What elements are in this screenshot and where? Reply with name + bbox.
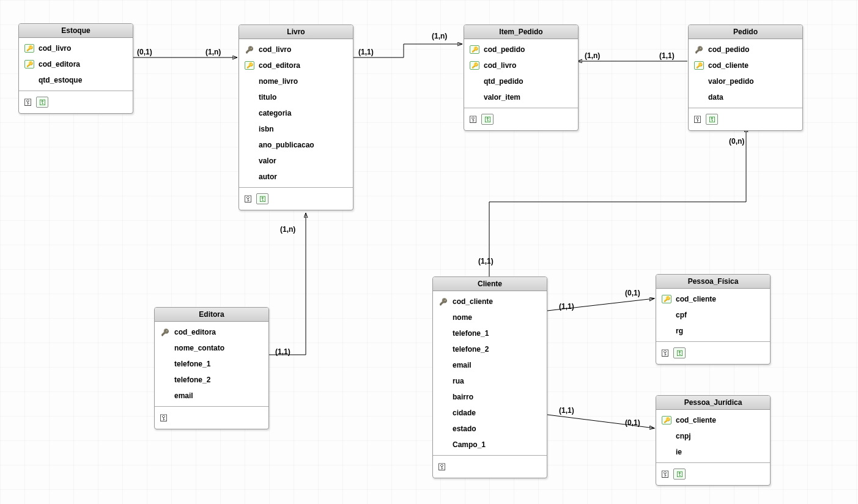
- attribute-row[interactable]: rua: [433, 373, 547, 389]
- attribute-name: ano_publicacao: [259, 141, 314, 149]
- entity-title: Cliente: [433, 277, 547, 291]
- attribute-row[interactable]: cod_pedido: [464, 42, 578, 57]
- attrs-editora: cod_editoranome_contatotelefone_1telefon…: [155, 322, 268, 407]
- card-livro-item-right: (1,n): [432, 32, 447, 40]
- attribute-row[interactable]: nome: [433, 309, 547, 325]
- footer-item_pedido: [464, 108, 578, 130]
- attribute-name: autor: [259, 172, 277, 181]
- entity-estoque[interactable]: Estoque cod_livrocod_editoraqtd_estoque: [18, 23, 133, 114]
- attribute-row[interactable]: nome_contato: [155, 340, 268, 356]
- attribute-name: nome_contato: [174, 344, 224, 352]
- attrs-estoque: cod_livrocod_editoraqtd_estoque: [19, 38, 133, 91]
- attribute-row[interactable]: ie: [656, 444, 770, 460]
- attribute-row[interactable]: valor_pedido: [689, 73, 802, 89]
- primary-key-icon: [245, 45, 254, 54]
- foreign-key-badge-icon: [706, 114, 718, 125]
- attribute-name: telefone_1: [453, 329, 489, 338]
- attribute-row[interactable]: cnpj: [656, 428, 770, 444]
- card-editora-livro-top: (1,n): [280, 225, 295, 234]
- attribute-row[interactable]: email: [155, 388, 268, 404]
- attribute-row[interactable]: cidade: [433, 405, 547, 421]
- attribute-name: cod_editora: [174, 328, 216, 336]
- attribute-name: cod_cliente: [676, 295, 716, 303]
- key-icon: [438, 462, 446, 472]
- attribute-row[interactable]: cpf: [656, 307, 770, 323]
- attribute-row[interactable]: email: [433, 357, 547, 373]
- attribute-name: cod_livro: [259, 45, 291, 54]
- attribute-row[interactable]: ano_publicacao: [239, 137, 353, 153]
- attribute-row[interactable]: cod_cliente: [433, 294, 547, 309]
- entity-pedido[interactable]: Pedido cod_pedidocod_clientevalor_pedido…: [688, 24, 803, 131]
- attribute-row[interactable]: nome_livro: [239, 73, 353, 89]
- attribute-row[interactable]: bairro: [433, 389, 547, 405]
- attrs-pessoa_fisica: cod_clientecpfrg: [656, 289, 770, 342]
- key-icon: [661, 469, 670, 479]
- attribute-row[interactable]: isbn: [239, 121, 353, 137]
- attribute-name: Campo_1: [453, 440, 486, 449]
- attribute-row[interactable]: telefone_1: [433, 325, 547, 341]
- attribute-name: qtd_pedido: [484, 77, 523, 86]
- attribute-row[interactable]: cod_cliente: [656, 291, 770, 307]
- attribute-row[interactable]: cod_livro: [19, 40, 133, 56]
- entity-title: Pessoa_Jurídica: [656, 396, 770, 410]
- attrs-pedido: cod_pedidocod_clientevalor_pedidodata: [689, 39, 802, 108]
- attribute-row[interactable]: cod_editora: [239, 57, 353, 73]
- foreign-key-icon: [662, 416, 671, 424]
- attribute-row[interactable]: telefone_2: [155, 372, 268, 388]
- entity-livro[interactable]: Livro cod_livrocod_editoranome_livrotitu…: [239, 24, 353, 210]
- attribute-row[interactable]: telefone_2: [433, 341, 547, 357]
- attribute-name: telefone_2: [174, 376, 210, 384]
- attribute-row[interactable]: cod_pedido: [689, 42, 802, 57]
- attribute-row[interactable]: rg: [656, 323, 770, 339]
- card-estoque-livro-left: (0,1): [137, 48, 152, 56]
- attribute-name: cod_editora: [39, 60, 80, 69]
- attribute-row[interactable]: cod_cliente: [656, 412, 770, 428]
- attribute-row[interactable]: cod_editora: [155, 324, 268, 340]
- attribute-name: cod_cliente: [676, 416, 716, 424]
- attribute-row[interactable]: Campo_1: [433, 437, 547, 453]
- attribute-row[interactable]: qtd_estoque: [19, 72, 133, 88]
- entity-pessoa-fisica[interactable]: Pessoa_Física cod_clientecpfrg: [656, 274, 771, 365]
- card-item-pedido-left: (1,n): [585, 51, 600, 60]
- attribute-row[interactable]: estado: [433, 421, 547, 437]
- primary-key-icon: [439, 297, 448, 306]
- attrs-pessoa_juridica: cod_clientecnpjie: [656, 410, 770, 463]
- attribute-name: telefone_2: [453, 345, 489, 354]
- card-estoque-livro-right: (1,n): [205, 48, 221, 56]
- attribute-name: email: [453, 361, 472, 369]
- card-cliente-pj-right: (0,1): [625, 418, 640, 427]
- attribute-name: cidade: [453, 409, 476, 417]
- attrs-cliente: cod_clientenometelefone_1telefone_2email…: [433, 291, 547, 456]
- entity-editora[interactable]: Editora cod_editoranome_contatotelefone_…: [154, 307, 269, 429]
- entity-title: Editora: [155, 308, 268, 322]
- entity-item-pedido[interactable]: Item_Pedido cod_pedidocod_livroqtd_pedid…: [464, 24, 579, 131]
- attribute-row[interactable]: data: [689, 89, 802, 105]
- foreign-key-badge-icon: [256, 193, 268, 204]
- entity-title: Pedido: [689, 25, 802, 39]
- attribute-name: cpf: [676, 311, 687, 319]
- foreign-key-badge-icon: [673, 469, 686, 480]
- primary-key-icon: [695, 45, 703, 54]
- attribute-name: valor_item: [484, 93, 520, 102]
- entity-cliente[interactable]: Cliente cod_clientenometelefone_1telefon…: [432, 276, 547, 478]
- attribute-row[interactable]: telefone_1: [155, 356, 268, 372]
- attribute-name: cod_cliente: [708, 61, 749, 70]
- attribute-row[interactable]: qtd_pedido: [464, 73, 578, 89]
- entity-pessoa-juridica[interactable]: Pessoa_Jurídica cod_clientecnpjie: [656, 395, 771, 486]
- attribute-name: data: [708, 93, 723, 102]
- attribute-row[interactable]: valor: [239, 153, 353, 169]
- attribute-row[interactable]: titulo: [239, 89, 353, 105]
- attribute-row[interactable]: categoria: [239, 105, 353, 121]
- attribute-row[interactable]: autor: [239, 169, 353, 185]
- attribute-row[interactable]: cod_livro: [239, 42, 353, 57]
- entity-title: Livro: [239, 25, 353, 39]
- footer-editora: [155, 407, 268, 429]
- attribute-row[interactable]: valor_item: [464, 89, 578, 105]
- attribute-row[interactable]: cod_editora: [19, 56, 133, 72]
- attribute-name: cod_pedido: [484, 45, 525, 54]
- attribute-row[interactable]: cod_livro: [464, 57, 578, 73]
- footer-pessoa_juridica: [656, 463, 770, 485]
- key-icon: [160, 413, 168, 423]
- card-item-pedido-right: (1,1): [659, 51, 675, 60]
- attribute-row[interactable]: cod_cliente: [689, 57, 802, 73]
